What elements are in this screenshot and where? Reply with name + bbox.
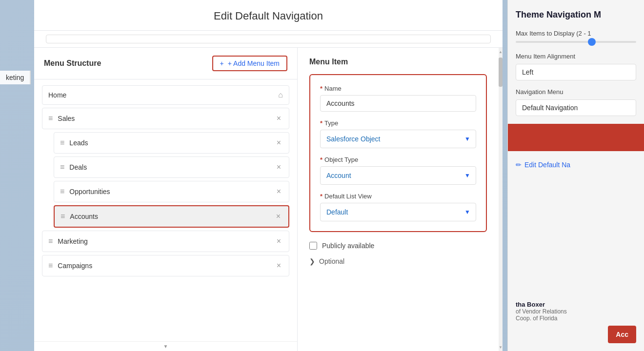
default-list-view-select-wrapper: Default All My Accounts: [320, 203, 476, 221]
home-icon: ⌂: [278, 91, 283, 99]
name-label: * Name: [320, 85, 476, 92]
default-list-view-field-group: * Default List View Default All My Accou…: [320, 193, 476, 221]
type-required-star: *: [320, 119, 322, 127]
right-sidebar: Theme Navigation M Max Items to Display …: [507, 0, 644, 351]
alignment-label: Menu Item Alignment: [516, 53, 636, 60]
list-view-label-text: Default List View: [324, 193, 372, 200]
right-detail-panel: Menu Item * Name * Type: [298, 48, 499, 351]
max-items-label: Max Items to Display (2 - 1: [516, 30, 636, 37]
slider-thumb[interactable]: [588, 38, 596, 46]
home-label: Home: [48, 91, 278, 99]
marketing-item-label: Marketing: [58, 237, 274, 245]
menu-item-opportunities[interactable]: ≡ Opportunities ×: [54, 181, 289, 202]
drag-icon-sales: ≡: [48, 114, 53, 123]
modal-title: Edit Default Navigation: [46, 10, 491, 22]
person-name: tha Boxer: [516, 301, 636, 308]
object-type-label: * Object Type: [320, 156, 476, 163]
accounts-label: Accounts: [70, 213, 274, 220]
menu-item-campaigns[interactable]: ≡ Campaigns ×: [42, 255, 289, 276]
menu-item-sales[interactable]: ≡ Sales ×: [42, 108, 289, 129]
scroll-down-arrow[interactable]: ▼: [163, 344, 168, 349]
pencil-icon: ✏: [516, 161, 522, 169]
sales-label: Sales: [58, 115, 274, 122]
optional-row[interactable]: ❯ Optional: [309, 257, 487, 265]
name-input[interactable]: [320, 95, 476, 112]
default-list-view-label: * Default List View: [320, 193, 476, 200]
modal: Edit Default Navigation Menu Structure +…: [34, 0, 503, 351]
publicly-available-label: Publicly available: [322, 242, 374, 250]
drag-icon-deals: ≡: [60, 163, 64, 172]
name-label-text: Name: [324, 85, 342, 92]
close-icon-sales[interactable]: ×: [275, 113, 283, 124]
drag-icon-campaigns: ≡: [48, 261, 53, 270]
menu-items-list: Home ⌂ ≡ Sales × ≡ Leads × ≡: [34, 79, 297, 341]
drag-icon-marketing: ≡: [48, 237, 53, 246]
object-type-required-star: *: [320, 156, 322, 163]
close-icon-opportunities[interactable]: ×: [275, 186, 283, 197]
opportunities-label: Opportunities: [69, 188, 274, 195]
campaigns-label: Campaigns: [58, 262, 274, 270]
type-select-wrapper: Salesforce Object URL Page: [320, 130, 476, 148]
red-bar: [508, 124, 644, 151]
name-field-group: * Name: [320, 85, 476, 112]
nav-menu-value: Default Navigation: [516, 99, 636, 116]
menu-item-home[interactable]: Home ⌂: [42, 85, 289, 105]
name-required-star: *: [320, 85, 322, 92]
publicly-available-row: Publicly available: [309, 242, 487, 250]
object-type-select[interactable]: Account Lead Contact Opportunity: [320, 166, 476, 185]
close-icon-leads[interactable]: ×: [275, 137, 283, 148]
left-panel: Menu Structure + + Add Menu Item Home ⌂ …: [34, 48, 298, 351]
acc-button[interactable]: Acc: [608, 326, 636, 343]
close-icon-marketing[interactable]: ×: [275, 236, 283, 247]
modal-body: Menu Structure + + Add Menu Item Home ⌂ …: [34, 48, 503, 351]
type-select[interactable]: Salesforce Object URL Page: [320, 130, 476, 148]
left-panel-header: Menu Structure + + Add Menu Item: [34, 48, 297, 79]
slider-track: [516, 41, 636, 43]
default-list-view-select[interactable]: Default All My Accounts: [320, 203, 476, 221]
person-info: tha Boxer of Vendor Relations Coop. of F…: [516, 301, 636, 322]
alignment-value: Left: [516, 64, 636, 80]
leads-label: Leads: [69, 139, 274, 147]
modal-scrollbar: ▲ ▼: [499, 48, 503, 351]
object-type-select-wrapper: Account Lead Contact Opportunity: [320, 166, 476, 185]
plus-icon: +: [220, 59, 224, 67]
menu-item-leads[interactable]: ≡ Leads ×: [54, 132, 289, 154]
type-field-group: * Type Salesforce Object URL Page: [320, 119, 476, 148]
optional-label: Optional: [319, 257, 344, 265]
optional-chevron-icon: ❯: [309, 257, 315, 265]
object-type-label-text: Object Type: [324, 156, 358, 163]
person-role: of Vendor Relations: [516, 308, 636, 315]
right-sidebar-title: Theme Navigation M: [516, 10, 636, 20]
marketing-label: keting: [0, 71, 31, 84]
person-org: Coop. of Florida: [516, 315, 636, 322]
menu-structure-title: Menu Structure: [44, 59, 101, 68]
scrollbar-thumb[interactable]: [499, 58, 503, 87]
type-label-text: Type: [324, 119, 338, 127]
close-icon-campaigns[interactable]: ×: [275, 260, 283, 271]
nav-menu-label: Navigation Menu: [516, 88, 636, 96]
modal-top-bar: [34, 31, 503, 48]
menu-item-section-title: Menu Item: [309, 58, 487, 66]
object-type-field-group: * Object Type Account Lead Contact Oppor…: [320, 156, 476, 185]
drag-icon-leads: ≡: [60, 138, 64, 147]
edit-nav-label: Edit Default Na: [524, 161, 570, 169]
drag-icon-opportunities: ≡: [60, 187, 64, 196]
menu-item-accounts[interactable]: ≡ Accounts ×: [54, 205, 289, 228]
menu-item-deals[interactable]: ≡ Deals ×: [54, 156, 289, 178]
drag-icon-accounts: ≡: [60, 212, 65, 221]
type-label: * Type: [320, 119, 476, 127]
menu-item-marketing[interactable]: ≡ Marketing ×: [42, 231, 289, 252]
menu-item-form: * Name * Type Salesforce Object URL: [309, 74, 487, 232]
add-menu-item-label: + Add Menu Item: [227, 59, 280, 67]
close-icon-accounts[interactable]: ×: [274, 211, 282, 222]
top-input[interactable]: [46, 35, 491, 43]
deals-label: Deals: [69, 163, 274, 171]
scroll-up-arrow[interactable]: ▲: [499, 50, 503, 54]
scroll-down-arrow-right[interactable]: ▼: [499, 345, 503, 350]
add-menu-item-button[interactable]: + + Add Menu Item: [212, 56, 287, 71]
edit-default-nav-button[interactable]: ✏ Edit Default Na: [516, 159, 636, 171]
modal-header: Edit Default Navigation: [34, 0, 503, 31]
close-icon-deals[interactable]: ×: [275, 162, 283, 173]
publicly-available-checkbox[interactable]: [309, 242, 317, 250]
scroll-arrows: ▼: [34, 341, 297, 351]
